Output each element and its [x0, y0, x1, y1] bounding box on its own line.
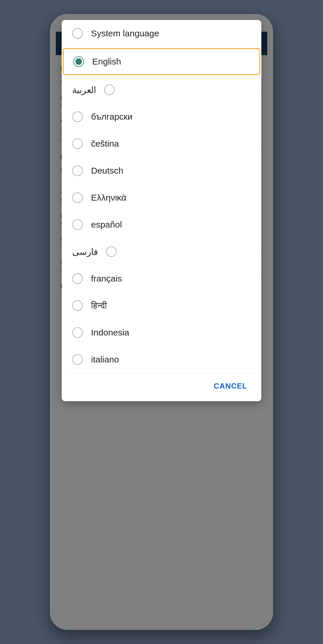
language-label-italian: italiano [91, 355, 119, 365]
radio-greek [72, 192, 83, 203]
radio-arabic [104, 84, 115, 95]
language-item-greek[interactable]: Ελληνικά [62, 184, 261, 211]
radio-german [72, 165, 83, 176]
dialog-overlay: System language English العربية [50, 14, 273, 630]
language-item-english[interactable]: English [63, 48, 260, 75]
phone-frame: ☰ In cL O P O Atatr M M 7 V N [50, 14, 273, 630]
language-label-bulgarian: български [91, 112, 132, 122]
language-item-italian[interactable]: italiano [62, 346, 261, 373]
language-item-system[interactable]: System language [62, 20, 261, 47]
language-item-french[interactable]: français [62, 265, 261, 292]
language-label-greek: Ελληνικά [91, 193, 126, 203]
language-item-czech[interactable]: čeština [62, 130, 261, 157]
radio-bulgarian [72, 111, 83, 122]
language-label-hindi: हिन्दी [91, 301, 107, 311]
language-dialog: System language English العربية [62, 20, 261, 401]
language-item-bulgarian[interactable]: български [62, 103, 261, 130]
language-label-french: français [91, 274, 122, 284]
language-item-indonesia[interactable]: Indonesia [62, 319, 261, 346]
radio-czech [72, 138, 83, 149]
radio-inner-english [75, 58, 82, 65]
language-label-german: Deutsch [91, 166, 123, 176]
language-label-indonesia: Indonesia [91, 328, 129, 338]
language-label-system: System language [91, 28, 159, 38]
language-label-czech: čeština [91, 139, 119, 149]
radio-italian [72, 354, 83, 365]
radio-indonesia [72, 327, 83, 338]
dialog-footer: CANCEL [62, 373, 261, 401]
radio-english [73, 56, 84, 67]
language-item-farsi[interactable]: فارسی [62, 238, 261, 265]
cancel-button[interactable]: CANCEL [210, 379, 251, 393]
language-label-english: English [92, 57, 121, 67]
radio-farsi [106, 246, 117, 257]
language-label-farsi: فارسی [72, 247, 98, 257]
language-item-arabic[interactable]: العربية [62, 76, 261, 103]
language-label-spanish: español [91, 220, 122, 230]
radio-french [72, 273, 83, 284]
radio-spanish [72, 219, 83, 230]
language-item-german[interactable]: Deutsch [62, 157, 261, 184]
radio-hindi [72, 300, 83, 311]
language-label-arabic: العربية [72, 85, 96, 95]
language-item-hindi[interactable]: हिन्दी [62, 292, 261, 319]
language-list: System language English العربية [62, 20, 261, 373]
language-item-spanish[interactable]: español [62, 211, 261, 238]
radio-system [72, 28, 83, 39]
